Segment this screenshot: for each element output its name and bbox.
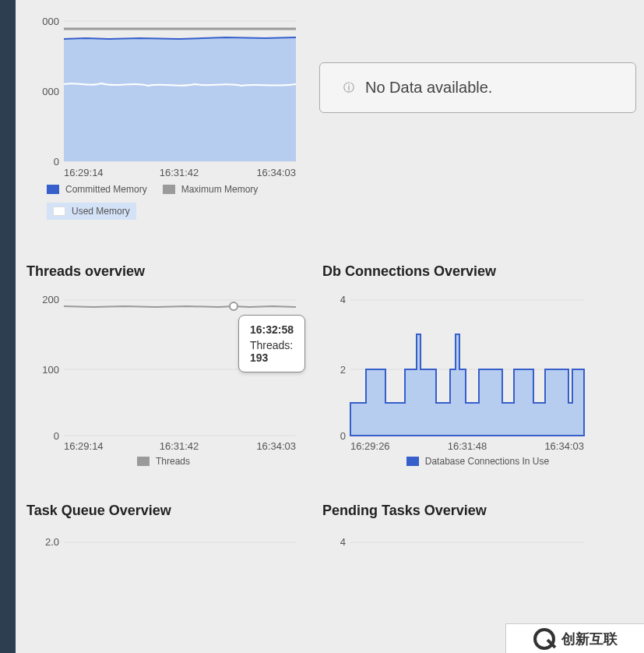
y-tick: 100 [42, 364, 59, 376]
y-tick: 000 [42, 16, 59, 27]
y-tick: 0 [54, 430, 59, 442]
memory-legend2: Used Memory [23, 198, 304, 224]
square-icon [406, 457, 419, 466]
legend-used[interactable]: Used Memory [47, 203, 136, 220]
y-tick: 2.0 [45, 536, 59, 548]
y-tick: 4 [340, 294, 346, 305]
x-tick: 16:34:03 [256, 440, 296, 451]
db-panel: Db Connections Overview 4 2 0 16:29:26 1… [319, 248, 636, 471]
y-tick: 200 [42, 294, 59, 305]
memory-chart-panel: 000 000 0 16:29:14 16:31:42 16:34:03 [23, 0, 304, 224]
legend-label: Used Memory [72, 206, 130, 217]
db-title: Db Connections Overview [322, 263, 636, 280]
tooltip-time: 16:32:58 [250, 323, 294, 336]
legend-db[interactable]: Database Connections In Use [406, 456, 549, 467]
info-icon: ⓘ [343, 81, 354, 95]
x-tick: 16:31:48 [448, 440, 487, 451]
y-tick: 000 [42, 86, 59, 97]
nodata-panel: ⓘ No Data available. [319, 0, 636, 224]
x-tick: 16:34:03 [544, 440, 584, 451]
db-chart[interactable]: 4 2 0 16:29:26 16:31:48 16:34:03 [319, 288, 600, 451]
y-tick: 0 [54, 156, 59, 168]
legend-label: Database Connections In Use [425, 456, 549, 467]
x-tick: 16:29:14 [64, 440, 104, 451]
threads-panel: Threads overview 200 100 0 16:29:14 16:3… [23, 248, 304, 471]
taskq-title: Task Queue Overview [26, 503, 304, 519]
sidebar-strip [0, 0, 16, 653]
legend-maximum[interactable]: Maximum Memory [163, 184, 259, 195]
tooltip-value-row: Threads: 193 [250, 339, 294, 364]
db-legend: Database Connections In Use [319, 451, 636, 471]
y-tick: 0 [340, 430, 346, 442]
taskq-panel: Task Queue Overview 2.0 [23, 487, 304, 550]
legend-label: Threads [156, 456, 190, 467]
hover-point-icon [230, 302, 238, 310]
legend-threads[interactable]: Threads [137, 456, 190, 467]
logo-icon [533, 628, 555, 650]
memory-legend: Committed Memory Maximum Memory [23, 179, 304, 199]
square-icon [47, 185, 59, 194]
square-icon [163, 185, 175, 194]
x-tick: 16:31:42 [160, 440, 199, 451]
legend-label: Committed Memory [65, 184, 147, 195]
no-data-text: No Data available. [365, 79, 492, 97]
x-tick: 16:34:03 [256, 167, 296, 178]
pending-panel: Pending Tasks Overview 4 [319, 487, 636, 550]
x-tick: 16:29:26 [350, 440, 390, 451]
threads-tooltip: 16:32:58 Threads: 193 [238, 315, 305, 372]
square-icon [53, 206, 65, 216]
logo-text: 创新互联 [561, 630, 618, 648]
committed-line [64, 37, 296, 39]
watermark-logo: 创新互联 [505, 623, 644, 653]
tooltip-label: Threads: [250, 339, 293, 351]
db-area [350, 334, 584, 436]
x-tick: 16:29:14 [64, 167, 104, 178]
square-icon [137, 457, 150, 466]
legend-committed[interactable]: Committed Memory [47, 184, 147, 195]
threads-line [64, 306, 296, 307]
taskq-chart[interactable]: 2.0 [23, 527, 304, 550]
threads-legend: Threads [23, 451, 304, 471]
y-tick: 4 [340, 536, 346, 548]
committed-area [64, 37, 296, 161]
legend-label: Maximum Memory [181, 184, 259, 195]
tooltip-value: 193 [250, 351, 268, 364]
pending-chart[interactable]: 4 [319, 527, 600, 550]
x-tick: 16:31:42 [160, 167, 199, 178]
no-data-box: ⓘ No Data available. [319, 62, 636, 113]
y-tick: 2 [340, 364, 346, 376]
dashboard-content: 000 000 0 16:29:14 16:31:42 16:34:03 [16, 0, 644, 550]
memory-chart[interactable]: 000 000 0 16:29:14 16:31:42 16:34:03 [23, 0, 304, 179]
pending-title: Pending Tasks Overview [322, 503, 636, 519]
threads-title: Threads overview [26, 263, 304, 280]
